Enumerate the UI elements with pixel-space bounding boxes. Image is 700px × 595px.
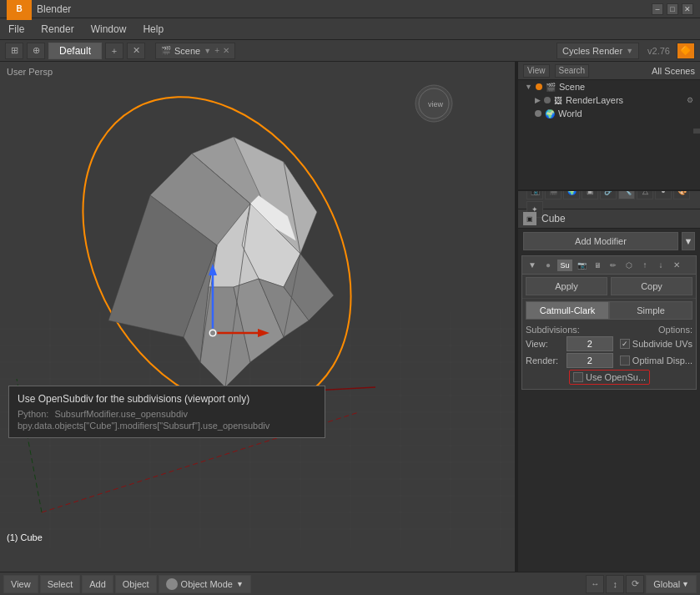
world-color-dot <box>535 110 541 117</box>
header-icon-2[interactable]: ⊕ <box>27 43 45 59</box>
modifier-dot-icon[interactable]: ● <box>541 259 555 272</box>
modifier-expand-btn[interactable]: ▼ <box>526 259 539 272</box>
object-name-label: Cube <box>541 213 566 224</box>
select-menu-button[interactable]: Select <box>40 575 81 593</box>
tooltip-python-line1: Python: SubsurfModifier.use_opensubdiv <box>18 409 316 419</box>
prop-icon-texture[interactable]: 🎨 <box>673 191 690 199</box>
menu-render[interactable]: Render <box>33 18 82 40</box>
prop-icon-render[interactable]: 📷 <box>526 191 543 199</box>
3d-viewport[interactable]: User Persp <box>0 62 516 572</box>
blender-header-logo: 🔶 <box>677 43 695 59</box>
titlebar-controls[interactable]: – □ ✕ <box>652 3 693 15</box>
view-subdiv-row: View: 2 Subdivide UVs <box>526 336 692 351</box>
modifier-card-header: ▼ ● Su 📷 🖥 ✏ ⬡ ↑ ↓ ✕ <box>522 256 696 275</box>
menu-window[interactable]: Window <box>83 18 135 40</box>
mod-cage-icon[interactable]: ⬡ <box>622 259 636 272</box>
outliner-all-scenes-label: All Scenes <box>652 66 695 76</box>
mod-camera-icon[interactable]: 📷 <box>575 259 588 272</box>
prop-icon-data[interactable]: △ <box>637 191 653 199</box>
optimal-disp-label: Optimal Disp... <box>632 355 692 366</box>
mod-delete-icon[interactable]: ✕ <box>670 259 683 272</box>
menu-file[interactable]: File <box>0 18 33 40</box>
subdivide-uvs-checkbox[interactable] <box>620 339 630 349</box>
renderlayers-expand-arrow[interactable]: ▶ <box>535 96 541 104</box>
titlebar-left: B Blender <box>7 0 71 20</box>
outliner: View Search All Scenes ▼ 🎬 Scene ▶ 🖼 Ren… <box>518 62 700 191</box>
prop-icon-modifiers[interactable]: 🔧 <box>618 191 635 199</box>
add-modifier-button[interactable]: Add Modifier <box>523 232 678 250</box>
remove-workspace-button[interactable]: ✕ <box>127 43 145 59</box>
prop-icon-object[interactable]: ▣ <box>582 191 598 199</box>
add-scene-icon[interactable]: + <box>214 46 219 55</box>
view-value-field[interactable]: 2 <box>567 336 613 351</box>
simple-tab[interactable]: Simple <box>609 301 692 320</box>
apply-copy-row: Apply Copy <box>522 275 696 299</box>
prop-icon-constraints[interactable]: 🔗 <box>600 191 617 199</box>
transform-icon-2[interactable]: ↕ <box>606 575 624 593</box>
object-type-icon: ▣ <box>523 212 536 225</box>
prop-icon-material[interactable]: ● <box>655 191 672 199</box>
render-label: Render: <box>526 355 563 366</box>
renderlayers-settings-icon[interactable]: ⚙ <box>687 96 693 104</box>
scene-expand-arrow[interactable]: ▼ <box>525 83 532 91</box>
outliner-search-button[interactable]: Search <box>555 64 590 78</box>
mod-render-icon[interactable]: 🖥 <box>591 259 604 272</box>
properties-panel: 📷 🎬 🌍 ▣ 🔗 🔧 △ ● 🎨 ✦ ▣ Cube <box>518 191 700 572</box>
add-menu-button[interactable]: Add <box>82 575 113 593</box>
algorithm-tabs: Catmull-Clark Simple <box>526 301 692 320</box>
version-label: v2.76 <box>647 46 670 56</box>
view-menu-button[interactable]: View <box>3 575 38 593</box>
add-modifier-dropdown[interactable]: ▼ <box>682 232 695 250</box>
titlebar: B Blender – □ ✕ <box>0 0 700 18</box>
prop-icon-world[interactable]: 🌍 <box>563 191 580 199</box>
outliner-item-scene[interactable]: ▼ 🎬 Scene <box>518 80 700 93</box>
renderlayers-icon: 🖼 <box>554 96 562 105</box>
properties-header: 📷 🎬 🌍 ▣ 🔗 🔧 △ ● 🎨 ✦ <box>518 191 700 209</box>
subdivide-uvs-row: Subdivide UVs <box>620 339 692 349</box>
outliner-item-renderlayers[interactable]: ▶ 🖼 RenderLayers ⚙ <box>518 93 700 107</box>
tooltip-python-line2: bpy.data.objects["Cube"].modifiers["Subs… <box>18 421 316 431</box>
object-menu-button[interactable]: Object <box>115 575 157 593</box>
catmull-clark-tab[interactable]: Catmull-Clark <box>526 301 609 320</box>
global-selector[interactable]: Global ▼ <box>646 575 697 593</box>
maximize-button[interactable]: □ <box>667 3 678 15</box>
renderlayers-color-dot <box>544 97 551 103</box>
header-icon-1[interactable]: ⊞ <box>5 43 23 59</box>
main-layout: User Persp <box>0 62 700 572</box>
use-opensubdiv-checkbox[interactable] <box>573 372 583 382</box>
mode-selector[interactable]: Object Mode ▼ <box>159 575 251 593</box>
workspace-tab-default[interactable]: Default <box>48 43 102 59</box>
apply-button[interactable]: Apply <box>526 277 607 295</box>
render-subdiv-row: Render: 2 Optimal Disp... <box>526 353 692 368</box>
svg-text:view: view <box>428 100 444 108</box>
viewport-scene: view <box>0 62 516 548</box>
render-engine-selector[interactable]: Cycles Render ▼ <box>556 43 639 59</box>
add-workspace-button[interactable]: + <box>105 43 123 59</box>
world-icon: 🌍 <box>545 109 555 118</box>
mod-down-icon[interactable]: ↓ <box>654 259 667 272</box>
transform-icon-1[interactable]: ↔ <box>586 575 604 593</box>
titlebar-title: Blender <box>37 3 71 15</box>
header-strip: ⊞ ⊕ Default + ✕ 🎬 Scene ▼ + ✕ Cycles Ren… <box>0 40 700 62</box>
menu-help[interactable]: Help <box>134 18 172 40</box>
mode-dropdown-arrow: ▼ <box>236 580 244 588</box>
outliner-scrollbar[interactable] <box>693 129 700 134</box>
mod-up-icon[interactable]: ↑ <box>638 259 652 272</box>
optimal-disp-checkbox[interactable] <box>620 355 630 366</box>
mod-edit-icon[interactable]: ✏ <box>607 259 620 272</box>
subdivisions-section: Subdivisions: Options: View: 2 Subdivide… <box>522 322 696 389</box>
transform-icon-3[interactable]: ⟳ <box>626 575 644 593</box>
scene-selector[interactable]: 🎬 Scene ▼ + ✕ <box>155 43 235 59</box>
remove-scene-icon[interactable]: ✕ <box>223 46 229 55</box>
close-button[interactable]: ✕ <box>682 3 693 15</box>
copy-button[interactable]: Copy <box>611 277 692 295</box>
prop-icon-scene[interactable]: 🎬 <box>545 191 562 199</box>
outliner-item-world[interactable]: 🌍 World <box>518 107 700 120</box>
options-label: Options: <box>658 325 692 335</box>
minimize-button[interactable]: – <box>652 3 663 15</box>
blender-logo: B <box>7 0 32 20</box>
render-value-field[interactable]: 2 <box>567 353 613 368</box>
subdivisions-label: Subdivisions: <box>526 325 580 335</box>
outliner-view-button[interactable]: View <box>523 64 550 78</box>
svg-point-33 <box>210 330 215 335</box>
